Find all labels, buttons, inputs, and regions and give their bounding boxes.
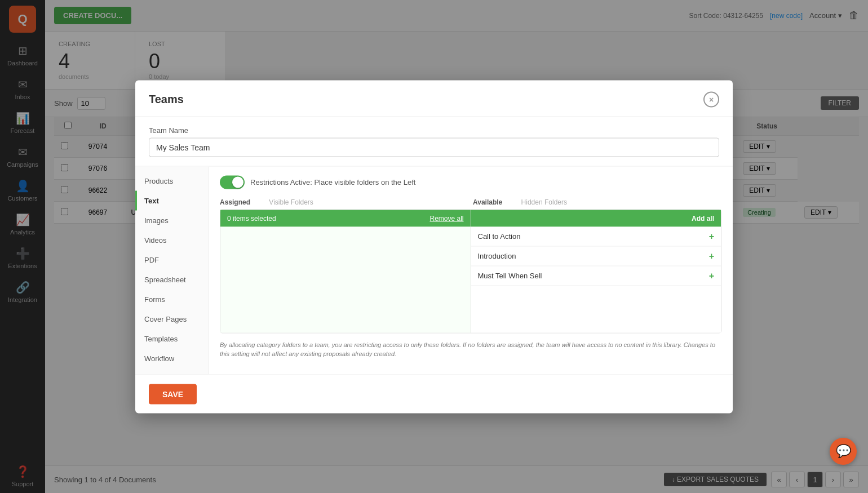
toggle-label: Restrictions Active: Place visible folde… bbox=[250, 178, 415, 186]
nav-item-cover-pages[interactable]: Cover Pages bbox=[135, 309, 208, 328]
available-col-header: Available Hidden Folders bbox=[468, 198, 721, 209]
assigned-col-header: Assigned Visible Folders bbox=[220, 198, 468, 209]
modal-right-content: Restrictions Active: Place visible folde… bbox=[209, 166, 733, 374]
folder-item-must-tell[interactable]: Must Tell When Sell + bbox=[471, 266, 721, 286]
available-header: Add all bbox=[471, 210, 721, 226]
add-icon: + bbox=[709, 231, 714, 241]
folders-column-headers: Assigned Visible Folders Available Hidde… bbox=[220, 198, 721, 209]
nav-item-pdf[interactable]: PDF bbox=[135, 250, 208, 269]
nav-item-workflow[interactable]: Workflow bbox=[135, 348, 208, 368]
modal-footer: SAVE bbox=[135, 374, 733, 413]
toggle-knob bbox=[232, 176, 243, 188]
nav-item-images[interactable]: Images bbox=[135, 210, 208, 230]
add-all-button[interactable]: Add all bbox=[692, 214, 714, 222]
remove-all-link[interactable]: Remove all bbox=[429, 214, 463, 222]
nav-item-spreadsheet[interactable]: Spreadsheet bbox=[135, 269, 208, 289]
add-icon: + bbox=[709, 270, 714, 281]
team-name-section: Team Name bbox=[135, 117, 733, 166]
chat-icon: 💬 bbox=[836, 444, 851, 459]
assigned-panel: 0 items selected Remove all bbox=[220, 210, 471, 332]
selected-count: 0 items selected bbox=[227, 214, 276, 222]
nav-item-text[interactable]: Text bbox=[135, 190, 208, 210]
add-icon: + bbox=[709, 251, 714, 261]
folder-item-call-to-action[interactable]: Call to Action + bbox=[471, 226, 721, 246]
folder-name: Introduction bbox=[478, 252, 516, 260]
available-panel: Add all Call to Action + Introduction + … bbox=[471, 210, 721, 332]
save-button[interactable]: SAVE bbox=[149, 384, 197, 404]
modal-title: Teams bbox=[149, 93, 184, 106]
modal-header: Teams × bbox=[135, 80, 733, 117]
assigned-body bbox=[220, 226, 471, 332]
toggle-row: Restrictions Active: Place visible folde… bbox=[220, 175, 721, 189]
folder-item-introduction[interactable]: Introduction + bbox=[471, 246, 721, 266]
modal-left-nav: Products Text Images Videos PDF Spreadsh… bbox=[135, 166, 209, 374]
nav-item-videos[interactable]: Videos bbox=[135, 230, 208, 250]
nav-item-templates[interactable]: Templates bbox=[135, 328, 208, 348]
modal-close-button[interactable]: × bbox=[703, 91, 719, 107]
team-name-label: Team Name bbox=[149, 126, 719, 134]
available-body: Call to Action + Introduction + Must Tel… bbox=[471, 226, 721, 332]
chat-widget[interactable]: 💬 bbox=[830, 438, 857, 465]
nav-item-forms[interactable]: Forms bbox=[135, 289, 208, 309]
team-name-input[interactable] bbox=[149, 137, 719, 157]
nav-item-products[interactable]: Products bbox=[135, 171, 208, 190]
teams-modal: Teams × Team Name Products Text Images V… bbox=[135, 80, 733, 413]
available-search-input[interactable] bbox=[478, 214, 692, 222]
restrictions-toggle[interactable] bbox=[220, 175, 245, 189]
folders-panels: 0 items selected Remove all Add all Call… bbox=[220, 209, 721, 333]
folder-note: By allocating category folders to a team… bbox=[220, 333, 721, 365]
modal-body: Products Text Images Videos PDF Spreadsh… bbox=[135, 166, 733, 374]
folder-name: Must Tell When Sell bbox=[478, 272, 542, 280]
folder-name: Call to Action bbox=[478, 232, 521, 241]
assigned-header: 0 items selected Remove all bbox=[220, 210, 471, 226]
